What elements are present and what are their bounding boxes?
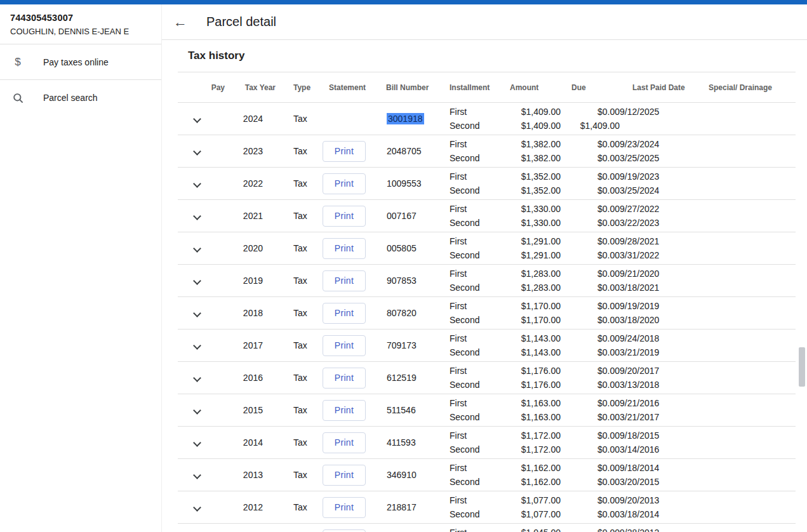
col-header-tax-year: Tax Year (229, 83, 276, 92)
type-cell: Tax (276, 211, 320, 221)
print-button[interactable]: Print (323, 465, 366, 486)
amount-cell: $1,176.00$1,176.00 (510, 362, 561, 394)
tax-year-cell: 2021 (229, 211, 276, 221)
arrow-back-icon[interactable]: ← (171, 14, 190, 30)
installment-cell: FirstSecond (450, 103, 510, 135)
bill-number-cell: 2048705 (386, 146, 450, 156)
statement-cell: Print (320, 173, 386, 194)
col-header-installment: Installment (450, 83, 510, 92)
bill-number-cell: 511546 (386, 405, 450, 415)
installment-cell: FirstSecond (450, 491, 510, 523)
sidebar-item-label: Parcel search (43, 93, 98, 103)
print-button[interactable]: Print (323, 303, 366, 324)
chevron-down-icon[interactable] (193, 180, 201, 188)
main-area: ← Parcel detail Tax history Pay Tax Year… (162, 4, 807, 532)
installment-cell: FirstSecond (450, 200, 510, 232)
print-button[interactable]: Print (323, 368, 366, 389)
page-header: ← Parcel detail (162, 4, 807, 40)
print-button[interactable]: Print (323, 238, 366, 259)
type-cell: Tax (276, 470, 320, 480)
table-row: 2014TaxPrint411593FirstSecond$1,172.00$1… (178, 427, 796, 459)
statement-cell: Print (320, 368, 386, 389)
bill-number: 218817 (387, 502, 417, 512)
chevron-down-icon[interactable] (193, 342, 201, 350)
last-paid-cell: 9/28/20213/31/2022 (620, 232, 709, 264)
tax-year-cell: 2018 (229, 308, 276, 318)
type-cell: Tax (276, 114, 320, 124)
last-paid-cell: 9/18/20153/14/2016 (620, 427, 709, 458)
col-header-statement: Statement (320, 83, 386, 92)
due-cell: $0.00$1,409.00 (561, 103, 620, 135)
last-paid-cell: 9/21/20163/21/2017 (620, 394, 709, 426)
bill-number: 2048705 (387, 146, 422, 156)
sidebar-item-pay-taxes-online[interactable]: $ Pay taxes online (0, 44, 161, 80)
bill-number-cell: 411593 (386, 437, 450, 448)
tax-year-cell: 2016 (229, 373, 276, 383)
print-button[interactable]: Print (323, 432, 366, 453)
bill-number: 612519 (387, 373, 417, 383)
chevron-down-icon[interactable] (193, 277, 201, 285)
bill-number-cell: 907853 (386, 276, 450, 286)
print-button[interactable]: Print (323, 141, 366, 162)
dollar-icon: $ (10, 56, 25, 69)
col-header-last-paid-date: Last Paid Date (620, 83, 709, 92)
print-button[interactable]: Print (323, 173, 366, 194)
chevron-down-icon[interactable] (193, 374, 201, 382)
installment-cell: FirstSecond (450, 459, 510, 491)
statement-cell: Print (320, 303, 386, 324)
tax-history-rows: 2024Tax3001918FirstSecond$1,409.00$1,409… (178, 103, 796, 532)
bill-number-cell: 807820 (386, 308, 450, 318)
chevron-down-icon[interactable] (193, 212, 201, 220)
tax-year-cell: 2012 (229, 502, 276, 512)
bill-number: 411593 (387, 437, 416, 448)
tax-year-cell: 2023 (229, 146, 276, 156)
print-button[interactable]: Print (323, 497, 366, 518)
table-row: 2012TaxPrint218817FirstSecond$1,077.00$1… (178, 491, 796, 524)
amount-cell: $1,330.00$1,330.00 (510, 200, 561, 232)
chevron-down-icon[interactable] (193, 115, 201, 123)
type-cell: Tax (276, 502, 320, 512)
installment-cell: FirstSecond (450, 329, 510, 361)
chevron-down-icon[interactable] (193, 309, 201, 317)
last-paid-cell: 9/19/20233/25/2024 (620, 168, 709, 199)
statement-cell: Print (320, 465, 386, 486)
installment-cell: FirstSecond (450, 394, 510, 426)
print-button[interactable]: Print (323, 206, 366, 227)
print-button[interactable]: Print (323, 400, 366, 421)
type-cell: Tax (276, 178, 320, 189)
bill-number: 3001918 (387, 113, 424, 124)
print-button[interactable]: Print (323, 270, 366, 291)
type-cell: Tax (276, 437, 320, 448)
sidebar-item-label: Pay taxes online (43, 57, 109, 67)
print-button[interactable]: Print (323, 335, 366, 356)
due-cell: $0.00$0.00 (561, 459, 620, 491)
installment-cell: FirstSecond (450, 427, 510, 458)
sidebar-item-parcel-search[interactable]: Parcel search (0, 80, 161, 116)
tax-year-cell: 2015 (229, 405, 276, 415)
chevron-down-icon[interactable] (193, 439, 201, 447)
due-cell: $0.00$0.00 (561, 491, 620, 523)
due-cell: $0.00$0.00 (561, 524, 620, 532)
table-row: 2018TaxPrint807820FirstSecond$1,170.00$1… (178, 297, 796, 329)
chevron-down-icon[interactable] (193, 471, 201, 479)
col-header-type: Type (276, 83, 320, 92)
type-cell: Tax (276, 373, 320, 383)
amount-cell: $1,172.00$1,172.00 (510, 427, 561, 458)
chevron-down-icon[interactable] (193, 406, 201, 415)
table-row: 2017TaxPrint709173FirstSecond$1,143.00$1… (178, 329, 796, 362)
amount-cell: $1,352.00$1,352.00 (510, 168, 561, 199)
scrollbar-thumb[interactable] (799, 347, 805, 387)
amount-cell: $1,291.00$1,291.00 (510, 232, 561, 264)
due-cell: $0.00$0.00 (561, 200, 620, 232)
chevron-down-icon[interactable] (193, 244, 201, 253)
chevron-down-icon[interactable] (193, 503, 201, 512)
installment-cell: FirstSecond (450, 524, 510, 532)
print-button[interactable]: Print (323, 529, 366, 532)
type-cell: Tax (276, 405, 320, 415)
table-row: 2011TaxPrint163183FirstSecond$1,045.00$1… (178, 524, 796, 532)
tax-year-cell: 2024 (229, 114, 276, 124)
statement-cell: Print (320, 529, 386, 532)
bill-number-cell: 1009553 (386, 178, 450, 189)
chevron-down-icon[interactable] (193, 147, 201, 156)
type-cell: Tax (276, 308, 320, 318)
